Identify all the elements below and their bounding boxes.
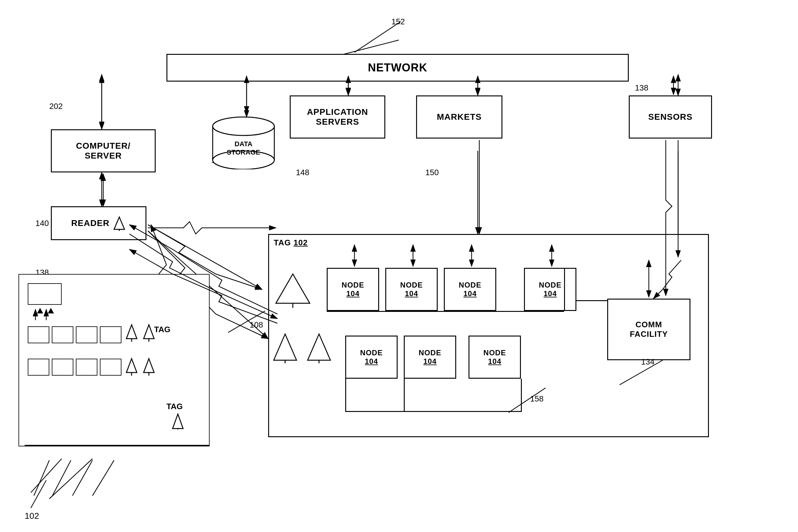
ref-102-bottom: 102 bbox=[25, 511, 39, 521]
cluster-boxes-row1 bbox=[28, 326, 122, 343]
svg-marker-46 bbox=[114, 217, 125, 229]
cluster-box-7 bbox=[76, 359, 97, 376]
svg-marker-66 bbox=[308, 334, 330, 360]
sensors-to-network-arrow bbox=[669, 75, 678, 96]
node-104-lower-1: NODE104 bbox=[345, 336, 398, 379]
application-servers-box: APPLICATIONSERVERS bbox=[290, 95, 385, 138]
cluster-box-2 bbox=[52, 326, 73, 343]
node-104-3-label: NODE104 bbox=[459, 281, 481, 298]
ref-138a: 138 bbox=[635, 83, 648, 93]
comm-facility-left-vert bbox=[607, 300, 608, 360]
node-104-4: NODE104 bbox=[524, 268, 576, 311]
lower-bar bbox=[345, 411, 522, 412]
cluster-box-8 bbox=[100, 359, 122, 376]
svg-line-88 bbox=[228, 311, 265, 332]
node-104-4-label: NODE104 bbox=[539, 281, 561, 298]
tag-small-rect-1 bbox=[28, 283, 62, 305]
svg-line-87 bbox=[509, 388, 546, 413]
computer-to-reader-arrow bbox=[98, 172, 108, 208]
svg-marker-52 bbox=[126, 325, 137, 339]
tag102-lower-antenna-2 bbox=[305, 332, 333, 363]
computer-to-network-arrow bbox=[97, 75, 106, 130]
node-104-1: NODE104 bbox=[327, 268, 379, 311]
node-104-lower-1-label: NODE104 bbox=[360, 348, 382, 366]
data-storage-container: DATA STORAGE bbox=[210, 114, 277, 169]
svg-line-77 bbox=[92, 460, 114, 496]
antenna-small-svg bbox=[171, 413, 185, 430]
cluster-boxes-row2 bbox=[28, 359, 122, 376]
upper-connector-r1 bbox=[564, 268, 565, 311]
svg-marker-62 bbox=[276, 274, 310, 303]
markets-to-tag-arrow bbox=[475, 138, 484, 235]
node-104-lower-2: NODE104 bbox=[404, 336, 456, 379]
cluster-box-1 bbox=[28, 326, 49, 343]
cluster-box-4 bbox=[100, 326, 122, 343]
svg-line-75 bbox=[52, 460, 71, 496]
cluster-box-3 bbox=[76, 326, 97, 343]
cluster-bottom-line bbox=[25, 445, 210, 446]
computer-server-box: COMPUTER/SERVER bbox=[51, 129, 156, 172]
svg-marker-60 bbox=[173, 414, 183, 429]
sensors-box: SENSORS bbox=[629, 95, 712, 138]
svg-marker-50 bbox=[37, 308, 43, 314]
lower-node-2-vert bbox=[404, 379, 405, 411]
svg-text:DATA: DATA bbox=[235, 140, 252, 148]
antenna-svg-4 bbox=[142, 357, 156, 376]
ref-150: 150 bbox=[425, 168, 439, 177]
node-104-3: NODE104 bbox=[444, 268, 496, 311]
node-104-1-label: NODE104 bbox=[342, 281, 364, 298]
node-104-2: NODE104 bbox=[385, 268, 438, 311]
ref-140: 140 bbox=[35, 218, 49, 228]
comm-facility-box: COMMFACILITY bbox=[607, 299, 690, 360]
node-104-lower-3-label: NODE104 bbox=[483, 348, 506, 366]
node4-top-arrow bbox=[547, 243, 556, 268]
svg-text:STORAGE: STORAGE bbox=[227, 148, 260, 156]
node-104-lower-3: NODE104 bbox=[469, 336, 521, 379]
svg-marker-51 bbox=[48, 308, 54, 314]
application-servers-label: APPLICATIONSERVERS bbox=[307, 107, 368, 127]
upper-nodes-connector bbox=[327, 311, 564, 312]
svg-marker-64 bbox=[274, 334, 296, 360]
bottom-left-tag-arrows bbox=[25, 459, 132, 532]
sensors-down-arrow bbox=[673, 138, 683, 259]
datastorage-to-network-arrow bbox=[242, 75, 251, 115]
upper-connector-l1 bbox=[327, 268, 328, 311]
svg-point-42 bbox=[213, 117, 274, 135]
svg-line-74 bbox=[34, 460, 49, 496]
sensors-to-comm-diagonal bbox=[635, 259, 696, 302]
cluster-box-5 bbox=[28, 359, 49, 376]
antenna-svg-3 bbox=[125, 357, 139, 376]
node1-top-arrow bbox=[350, 243, 359, 268]
node2-top-arrow bbox=[409, 243, 418, 268]
ref-152-arrow-line bbox=[339, 18, 416, 58]
computer-server-label: COMPUTER/SERVER bbox=[76, 141, 131, 161]
ref-158-line bbox=[499, 385, 561, 416]
comm-facility-label: COMMFACILITY bbox=[630, 320, 668, 339]
svg-line-85 bbox=[355, 22, 401, 52]
markets-box: MARKETS bbox=[416, 95, 503, 138]
svg-marker-54 bbox=[144, 325, 154, 339]
tag102-lower-antenna-1 bbox=[271, 332, 299, 363]
diagram-container: 152 NETWORK 202 COMPUTER/SERVER 144 DATA… bbox=[0, 0, 798, 532]
appservers-to-network-arrow bbox=[344, 75, 353, 96]
lower-node-1-vert bbox=[345, 379, 346, 411]
cluster-box-6 bbox=[52, 359, 73, 376]
reader-to-tag-horizontal-arrow bbox=[146, 215, 279, 240]
node-104-lower-2-label: NODE104 bbox=[419, 348, 441, 366]
ref-134-line bbox=[607, 357, 675, 388]
markets-to-network-arrow bbox=[473, 75, 483, 96]
svg-marker-56 bbox=[126, 359, 137, 373]
svg-line-86 bbox=[619, 360, 663, 385]
reader-label: READER bbox=[71, 218, 109, 228]
cluster-antennas-row2 bbox=[125, 357, 156, 376]
svg-line-76 bbox=[72, 460, 92, 496]
ref-108-line bbox=[222, 305, 284, 336]
ref-202: 202 bbox=[49, 101, 62, 111]
node4-to-comm-line bbox=[576, 300, 607, 301]
tag-label-2: TAG bbox=[166, 402, 183, 411]
node-104-2-label: NODE104 bbox=[400, 281, 422, 298]
cluster-arrows bbox=[26, 308, 66, 323]
ref-148: 148 bbox=[296, 168, 309, 177]
svg-marker-58 bbox=[144, 359, 154, 373]
node3-top-arrow bbox=[467, 243, 476, 268]
